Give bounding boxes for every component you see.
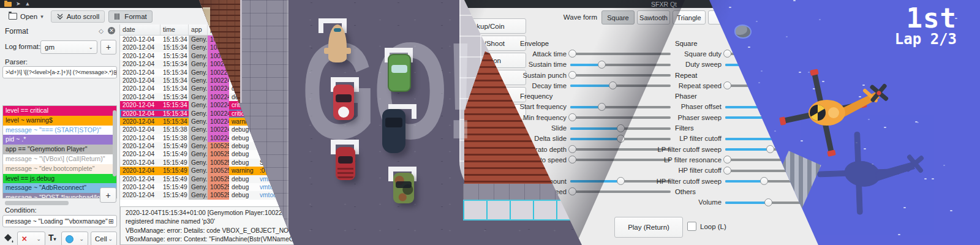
regex-grid-icon[interactable]: ⊞	[113, 69, 117, 77]
cell-time: 15:15:49	[160, 142, 189, 150]
log-format-combobox[interactable]: gm ⌄	[40, 40, 97, 54]
highlight-rules-list[interactable]: level == criticallevel ~ warning$message…	[2, 105, 117, 198]
cell-date: 2020-12-04	[120, 134, 160, 142]
cell-pid: 100525	[208, 167, 229, 175]
cell-date: 2020-12-04	[120, 191, 160, 199]
no-color-icon: ✕	[21, 235, 28, 243]
slider-thumb[interactable]	[764, 198, 772, 206]
red-pickup	[336, 147, 355, 180]
cell-time: 15:15:49	[160, 175, 189, 183]
cell-date: 2020-12-04	[120, 36, 160, 43]
add-format-button[interactable]: +	[100, 40, 116, 55]
windshield	[385, 118, 403, 127]
format-button[interactable]: Format	[108, 10, 152, 23]
column-header-time[interactable]: time	[160, 24, 189, 35]
open-button[interactable]: Open ▾	[5, 11, 47, 22]
highlight-rule[interactable]: pid ~ .*	[3, 135, 116, 145]
cell-date: 2020-12-04	[120, 159, 160, 167]
cell-level: debug	[229, 183, 257, 191]
rocket-cockpit	[334, 28, 341, 32]
rules-scrollbar[interactable]	[113, 110, 116, 176]
close-panel-icon[interactable]: ✕	[108, 27, 115, 34]
cell-pid: 100525	[208, 150, 229, 158]
condition-input[interactable]: message ~ "Loading ""vboxmanage" ⊞	[2, 215, 117, 227]
parser-input[interactable]: >\d+)\] \[(?<level>[a-z.]+)\] (?<message…	[2, 66, 117, 78]
cell-time: 15:15:49	[160, 191, 189, 199]
cell-app: Geny...	[189, 118, 208, 126]
add-rule-button[interactable]: +	[100, 187, 116, 203]
up-arrow-icon[interactable]: ▲	[25, 1, 31, 7]
column-header-app[interactable]: app	[189, 24, 208, 35]
lap-counter-text: Lap 2/3	[869, 31, 957, 48]
cell-app: Geny...	[189, 175, 208, 183]
cell-app: Geny...	[189, 183, 208, 191]
cell-time: 15:15:34	[160, 36, 189, 43]
windshield	[396, 181, 412, 188]
truck-bed	[337, 165, 354, 178]
cell-time: 15:15:49	[160, 167, 189, 175]
water-speckle	[774, 130, 776, 132]
style-controls-row: ✕ ⌄ T▾ ⌄ Cell ⌄	[0, 232, 119, 245]
black-muscle	[382, 109, 405, 153]
columns-icon	[114, 13, 121, 20]
rocket-car	[328, 24, 347, 62]
slider-thumb[interactable]	[760, 177, 768, 185]
slider-thumb[interactable]	[766, 145, 774, 153]
loop-label: Loop (L)	[700, 223, 726, 230]
cell-time: 15:15:34	[160, 60, 189, 68]
highlight-rule[interactable]: app == "Genymotion Player"	[3, 145, 116, 154]
cell-app: Geny...	[189, 69, 208, 77]
cell-time: 15:15:34	[160, 77, 189, 85]
water-speckle	[761, 70, 763, 72]
water-speckle	[793, 0, 796, 1]
highlight-rule[interactable]: level ~ warning$	[3, 116, 116, 126]
pin-icon[interactable]: ➤	[16, 1, 21, 7]
cell-date: 2020-12-04	[120, 142, 160, 150]
cell-level: warning	[229, 167, 257, 175]
cell-time: 15:15:34	[160, 69, 189, 77]
cell-time: 15:15:49	[160, 150, 189, 158]
cell-date: 2020-12-04	[120, 101, 160, 109]
slider-label: LP filter resonance	[624, 156, 722, 164]
fill-color-bucket-icon[interactable]	[3, 233, 14, 245]
bg-color-combobox[interactable]: ✕ ⌄	[17, 232, 45, 245]
highlight-rule[interactable]: message ~ "=== (START|STOP)"	[3, 126, 116, 135]
highlight-rule[interactable]: level == js.debug	[3, 174, 116, 184]
parser-label: Parser:	[5, 58, 28, 66]
slider-thumb[interactable]	[723, 81, 731, 89]
cell-pid: 100224	[208, 126, 229, 134]
auto-scroll-button[interactable]: Auto scroll	[51, 10, 105, 23]
slider-thumb[interactable]	[723, 50, 731, 58]
hood-roundel	[338, 107, 349, 118]
loop-checkbox[interactable]	[687, 222, 696, 231]
cell-pid: 100525	[208, 191, 229, 199]
format-panel-title: Format	[5, 27, 28, 36]
text-color-icon[interactable]: T▾	[48, 233, 56, 243]
open-button-label: Open	[20, 13, 37, 20]
cell-pid: 100224	[208, 101, 229, 109]
water-speckle	[898, 234, 900, 235]
cell-pid: 100224	[208, 69, 229, 77]
slider-label: HP filter cutoff sweep	[624, 178, 722, 185]
section-header: Filters	[624, 124, 773, 132]
open-folder-icon	[9, 13, 17, 20]
highlight-rule[interactable]: message ~ "\[VBox\] (Call|Return)"	[3, 154, 116, 164]
column-header-date[interactable]: date	[120, 24, 160, 35]
float-panel-icon[interactable]: ◇	[99, 28, 104, 34]
water-speckle	[756, 21, 758, 22]
waveform-label: Wave form	[533, 13, 597, 21]
slider-thumb[interactable]	[723, 167, 731, 175]
rules-hscrollbar[interactable]	[5, 201, 69, 205]
play-button[interactable]: Play (Return)	[614, 217, 683, 238]
slider-thumb[interactable]	[723, 156, 731, 164]
cell-time: 15:15:34	[160, 52, 189, 60]
highlight-rule[interactable]: level == critical	[3, 106, 116, 116]
highlight-rule[interactable]: message ~ "dev.bootcomplete"	[3, 164, 116, 174]
scope-combobox[interactable]: Cell ⌄	[91, 232, 117, 245]
cell-app: Geny...	[189, 142, 208, 150]
regex-grid-icon[interactable]: ⊞	[108, 217, 114, 225]
cell-date: 2020-12-04	[120, 52, 160, 60]
windshield	[338, 156, 353, 164]
cell-pid: 100525	[208, 183, 229, 191]
fg-color-combobox[interactable]: ⌄	[61, 232, 88, 245]
